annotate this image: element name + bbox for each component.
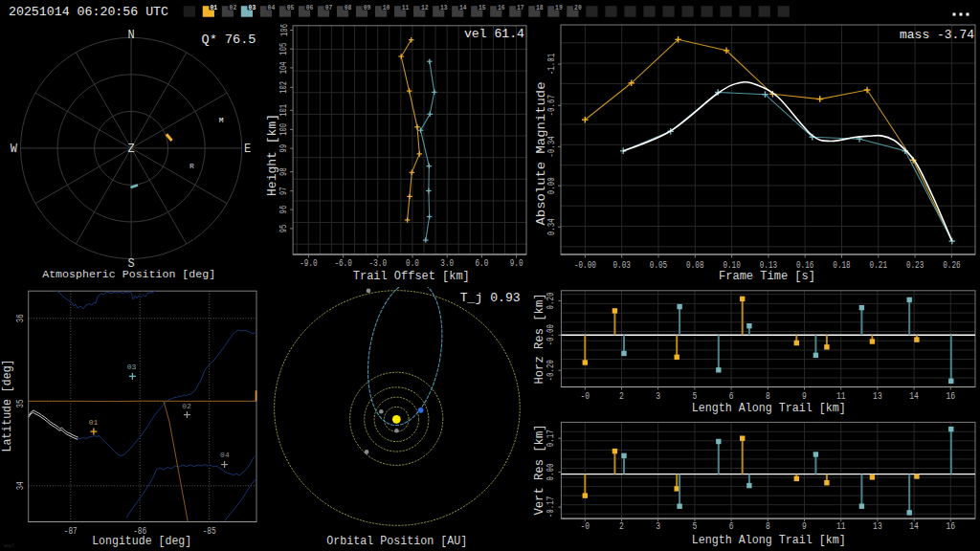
svg-text:0.18: 0.18	[833, 260, 850, 271]
svg-text:105: 105	[279, 43, 290, 55]
svg-text:Absolute Magnitude: Absolute Magnitude	[534, 82, 548, 226]
svg-text:5: 5	[693, 391, 698, 402]
svg-text:6: 6	[729, 521, 734, 532]
svg-text:95: 95	[279, 225, 290, 233]
svg-text:-1.01: -1.01	[546, 54, 557, 76]
svg-text:9.0: 9.0	[510, 258, 523, 269]
svg-text:11: 11	[402, 3, 410, 11]
svg-text:05: 05	[287, 3, 295, 11]
svg-text:-0.00: -0.00	[546, 324, 556, 346]
svg-text:20251014 06:20:56 UTC: 20251014 06:20:56 UTC	[9, 5, 168, 19]
svg-text:0.00: 0.00	[546, 464, 556, 481]
svg-text:-0: -0	[581, 391, 590, 402]
svg-text:04: 04	[220, 451, 230, 459]
svg-text:15: 15	[479, 3, 486, 11]
svg-text:13: 13	[440, 3, 448, 11]
svg-text:6.0: 6.0	[476, 258, 489, 269]
svg-text:Orbital Position [AU]: Orbital Position [AU]	[326, 535, 467, 548]
svg-text:0.23: 0.23	[906, 260, 924, 271]
svg-text:vel 61.4: vel 61.4	[464, 27, 524, 41]
svg-text:W: W	[11, 143, 18, 156]
svg-text:5: 5	[693, 521, 698, 532]
svg-text:02: 02	[230, 3, 237, 11]
svg-text:09: 09	[364, 3, 371, 11]
svg-text:E: E	[244, 143, 251, 156]
svg-text:8: 8	[766, 521, 770, 532]
svg-text:16: 16	[947, 521, 956, 532]
svg-text:102: 102	[279, 81, 290, 94]
svg-text:M: M	[219, 116, 224, 124]
svg-text:20: 20	[574, 3, 582, 11]
svg-text:13: 13	[873, 391, 882, 402]
svg-text:10: 10	[383, 3, 390, 11]
svg-text:-0.00: -0.00	[574, 260, 596, 271]
svg-text:Longitude [deg]: Longitude [deg]	[92, 535, 191, 548]
svg-text:98: 98	[279, 167, 290, 176]
svg-text:14: 14	[459, 3, 467, 11]
svg-text:04: 04	[268, 3, 276, 11]
svg-text:6: 6	[729, 391, 734, 402]
svg-text:36: 36	[15, 314, 26, 322]
svg-text:-0.20: -0.20	[546, 360, 556, 382]
svg-text:19: 19	[555, 3, 563, 11]
svg-text:-0: -0	[581, 521, 590, 532]
svg-text:0.26: 0.26	[943, 260, 960, 271]
svg-text:03: 03	[127, 363, 137, 371]
svg-text:0.21: 0.21	[870, 260, 887, 271]
svg-text:wmpl: wmpl	[4, 542, 14, 549]
svg-text:3: 3	[656, 521, 660, 532]
svg-text:0.20: 0.20	[546, 292, 556, 309]
svg-text:104: 104	[279, 61, 290, 74]
svg-text:11: 11	[836, 521, 846, 532]
svg-text:3: 3	[656, 391, 660, 402]
svg-text:9: 9	[802, 391, 807, 402]
svg-text:-0.17: -0.17	[546, 496, 556, 518]
svg-text:16: 16	[947, 391, 956, 402]
svg-text:13: 13	[873, 521, 882, 532]
svg-text:0.0: 0.0	[406, 258, 419, 269]
svg-text:-85: -85	[203, 526, 216, 537]
svg-text:02: 02	[182, 402, 191, 410]
svg-text:3.0: 3.0	[440, 258, 454, 269]
svg-text:-9.0: -9.0	[300, 258, 317, 269]
svg-text:100: 100	[279, 123, 290, 136]
svg-text:T_j 0.93: T_j 0.93	[460, 291, 521, 305]
svg-text:Z: Z	[127, 143, 134, 156]
svg-text:Latitude [deg]: Latitude [deg]	[1, 360, 14, 452]
svg-text:R: R	[189, 162, 194, 170]
svg-text:35: 35	[15, 400, 26, 408]
svg-text:96: 96	[279, 206, 290, 214]
svg-text:99: 99	[279, 144, 290, 153]
svg-text:2: 2	[619, 521, 624, 532]
svg-text:Height [km]: Height [km]	[266, 114, 279, 196]
svg-text:Horz Res [km]: Horz Res [km]	[533, 294, 546, 385]
svg-text:0.17: 0.17	[546, 430, 556, 447]
svg-text:0.08: 0.08	[686, 260, 703, 271]
svg-text:mass -3.74: mass -3.74	[900, 28, 974, 42]
svg-text:Length Along Trail [km]: Length Along Trail [km]	[692, 534, 846, 547]
svg-text:Frame Time [s]: Frame Time [s]	[719, 270, 815, 283]
svg-text:0.05: 0.05	[650, 260, 667, 271]
svg-text:18: 18	[536, 3, 544, 11]
svg-text:Atmospheric Position [deg]: Atmospheric Position [deg]	[42, 268, 215, 280]
svg-text:11: 11	[836, 391, 846, 402]
svg-text:0.03: 0.03	[613, 260, 631, 271]
svg-text:Length Along Trail [km]: Length Along Trail [km]	[692, 402, 846, 415]
svg-text:Q* 76.5: Q* 76.5	[202, 33, 256, 47]
svg-text:106: 106	[279, 24, 290, 36]
svg-text:2: 2	[619, 391, 624, 402]
svg-text:101: 101	[279, 104, 290, 117]
svg-text:8: 8	[766, 391, 770, 402]
svg-text:14: 14	[909, 521, 919, 532]
svg-text:-87: -87	[64, 526, 78, 537]
svg-text:08: 08	[345, 3, 352, 11]
svg-text:9: 9	[802, 521, 807, 532]
svg-text:07: 07	[325, 3, 333, 11]
svg-text:01: 01	[89, 418, 99, 427]
svg-text:03: 03	[249, 3, 256, 11]
svg-text:Trail Offset [km]: Trail Offset [km]	[353, 270, 470, 283]
svg-text:N: N	[127, 29, 134, 42]
svg-text:01: 01	[211, 3, 218, 11]
svg-text:14: 14	[909, 391, 919, 402]
svg-text:-6.0: -6.0	[334, 258, 351, 269]
